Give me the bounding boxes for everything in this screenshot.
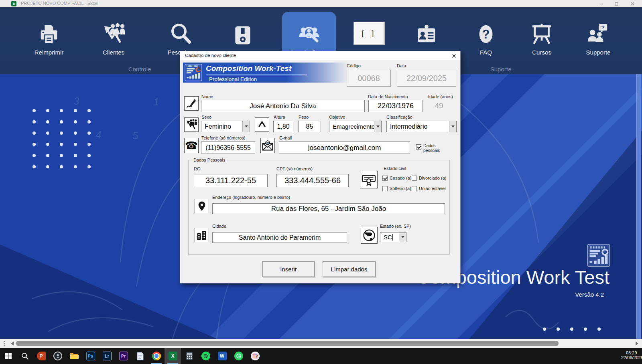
scroll-left-icon[interactable] <box>11 342 14 346</box>
screen: X PROJETO NOVO COMP FACIL - Excel Reimpr… <box>0 0 642 364</box>
endereco-input[interactable]: Rua das Flores, 65 - Jardim São João <box>212 203 445 214</box>
ribbon-button-cursos[interactable]: Cursos <box>515 12 569 58</box>
map-pin-icon[interactable] <box>195 199 209 213</box>
chevron-down-icon[interactable] <box>374 121 381 132</box>
taskbar-spotify[interactable] <box>197 348 214 364</box>
taskbar-search-button[interactable] <box>16 348 33 364</box>
ribbon-group-controle: Controle <box>100 66 180 73</box>
taskbar-notepad[interactable] <box>132 348 148 364</box>
email-envelope-icon[interactable]: @ <box>260 138 275 153</box>
cpf-input[interactable]: 333.444.555-66 <box>276 174 349 187</box>
limpar-dados-button[interactable]: Limpar dados <box>323 261 376 277</box>
search-icon <box>154 12 208 47</box>
insert-client-icon <box>282 12 336 47</box>
windows-logo-icon <box>5 352 12 360</box>
word-icon: W <box>218 352 227 360</box>
objetivo-label: Objetivo <box>329 115 345 119</box>
dados-pessoais-checkbox[interactable]: Dados pessoais <box>416 143 444 153</box>
bg-sketch-number: 3 <box>73 95 79 107</box>
nascimento-input[interactable]: 22/03/1976 <box>368 100 423 112</box>
scroll-right-icon[interactable] <box>636 342 638 346</box>
support-people-icon: ? <box>571 12 625 47</box>
taskbar-obs[interactable] <box>49 348 66 364</box>
taskbar-start-button[interactable] <box>0 348 16 364</box>
checkbox-icon[interactable] <box>412 176 417 181</box>
id-card-icon <box>400 12 453 47</box>
ribbon-button-faq[interactable]: ? FAQ <box>459 12 513 58</box>
taskbar-premiere[interactable]: Pr <box>115 348 132 364</box>
estado-civil-casado[interactable]: Casado (a) <box>382 176 411 181</box>
estado-civil-divorciado[interactable]: Divorciado (a) <box>412 176 446 181</box>
signature-pen-icon[interactable] <box>184 96 199 111</box>
clock-date: 22/09/2025 <box>620 355 642 360</box>
taskbar-whatsapp[interactable] <box>230 348 247 364</box>
objetivo-dropdown[interactable]: Emagrecimento <box>329 121 382 132</box>
checkbox-icon[interactable] <box>382 176 388 181</box>
ribbon-button-clientes[interactable]: Clientes <box>87 12 140 58</box>
rg-input[interactable]: 33.111.222-55 <box>194 174 268 187</box>
taskbar-word[interactable]: W <box>214 348 230 364</box>
taskbar-photoshop[interactable]: Ps <box>82 348 99 364</box>
telephone-icon[interactable]: ☎ <box>184 138 199 153</box>
data-field: 22/09/2025 <box>397 70 456 87</box>
taskbar-lightroom[interactable]: Lr <box>99 348 115 364</box>
minimize-icon[interactable] <box>599 0 603 7</box>
taskbar-paint[interactable] <box>247 348 263 364</box>
chevron-down-icon[interactable] <box>399 233 406 242</box>
ribbon-button-supporte[interactable]: ? Supporte <box>571 12 625 58</box>
inserir-button[interactable]: Inserir <box>262 261 315 277</box>
dialog-close-icon[interactable] <box>451 53 457 59</box>
classificacao-dropdown[interactable]: Intermediário <box>386 121 457 132</box>
idade-value: 49 <box>429 101 449 110</box>
sexo-dropdown[interactable]: Feminino <box>201 121 250 132</box>
globe-icon[interactable] <box>361 227 378 244</box>
bg-dot <box>597 328 601 331</box>
sheet-menu-dots-icon[interactable] <box>4 341 5 348</box>
certificate-icon[interactable] <box>360 171 378 188</box>
nome-input[interactable]: José Antonio Da Silva <box>201 100 365 112</box>
checkbox-icon[interactable] <box>416 144 421 150</box>
chevron-down-icon[interactable] <box>242 121 250 132</box>
taskbar-excel[interactable]: X <box>165 348 181 364</box>
dialog-titlebar[interactable]: Cadastro de novo cliente <box>180 51 460 60</box>
altura-input[interactable]: 1,80 <box>273 121 293 132</box>
peso-label: Peso <box>299 115 309 119</box>
ribbon-label: Supporte <box>571 49 625 56</box>
sexo-value: Feminino <box>201 123 242 130</box>
dialog-body: Composition Work-Test Professional Editi… <box>180 60 460 283</box>
peso-input[interactable]: 85 <box>298 121 321 132</box>
ribbon-button-reimprimir[interactable]: Reimprimir <box>22 12 76 58</box>
estado-civil-uniao-estavel[interactable]: União estável <box>412 186 446 191</box>
people-group-icon[interactable] <box>184 117 199 132</box>
checkbox-label: Solteiro (a) <box>390 186 411 191</box>
close-window-icon[interactable] <box>630 0 635 7</box>
maximize-icon[interactable] <box>614 0 619 7</box>
cidade-input[interactable]: Santo Antonio do Paramerim <box>212 232 347 243</box>
dialog-title: Cadastro de novo cliente <box>185 53 236 58</box>
taskbar-file-explorer[interactable] <box>66 348 82 364</box>
checkbox-icon[interactable] <box>382 186 388 191</box>
taskbar-clock[interactable]: 03:29 22/09/2025 <box>620 348 642 364</box>
telefone-input[interactable]: (11)96356-5555 <box>201 142 255 154</box>
chevron-down-icon[interactable] <box>449 121 456 132</box>
brackets-icon: [ ] <box>354 22 385 45</box>
spotify-icon <box>201 352 210 360</box>
taskbar-powerpoint[interactable]: P <box>33 348 49 364</box>
email-input[interactable]: joseantonio@gmail.com <box>279 142 410 154</box>
bg-sketch-number: 4 <box>95 129 101 141</box>
buildings-icon[interactable] <box>195 228 209 242</box>
checkbox-icon[interactable] <box>412 186 417 191</box>
rg-label: RG <box>194 166 201 171</box>
estado-dropdown[interactable]: SC <box>380 232 406 242</box>
taskbar-calculator[interactable] <box>181 348 197 364</box>
height-caret-icon[interactable] <box>255 117 269 132</box>
estado-civil-solteiro[interactable]: Solteiro (a) <box>382 186 411 191</box>
scrollbar-thumb[interactable] <box>16 341 559 346</box>
ribbon-label: FAQ <box>459 49 513 56</box>
svg-text:?: ? <box>482 27 490 41</box>
presentation-easel-icon <box>515 12 569 47</box>
taskbar-chrome[interactable] <box>148 348 165 364</box>
svg-text:?: ? <box>601 24 604 30</box>
obs-icon <box>53 352 62 360</box>
horizontal-scrollbar <box>0 339 642 348</box>
